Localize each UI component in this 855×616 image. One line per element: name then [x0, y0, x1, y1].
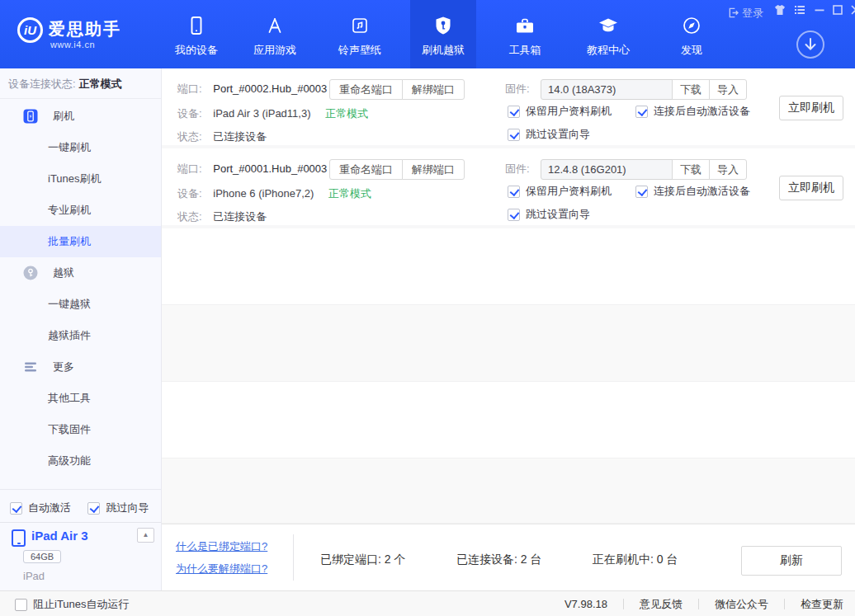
skip-wizard-checkbox[interactable]: 跳过向导: [87, 501, 149, 515]
connection-status: 设备连接状态:正常模式: [0, 68, 161, 99]
device-line: 设备: iPad Air 3 (iPad11,3) 正常模式: [177, 104, 368, 124]
status-value: 已连接设备: [213, 210, 267, 223]
jailbreak-icon: [23, 266, 38, 280]
unbind-port-button[interactable]: 解绑端口: [402, 159, 465, 180]
device-icon: [187, 16, 206, 35]
nav-ringtones-wallpapers[interactable]: 铃声壁纸: [327, 0, 393, 68]
collapse-device-button[interactable]: ▲: [137, 528, 154, 543]
port-line: 端口: Port_#0002.Hub_#0003: [177, 79, 327, 99]
device-line: 设备: iPhone 6 (iPhone7,2) 正常模式: [177, 184, 371, 204]
app-header: iU 爱思助手 www.i4.cn 我的设备 应用游戏 铃声壁纸 刷机越狱 工具…: [0, 0, 855, 68]
skip-setup-checkbox[interactable]: 跳过设置向导: [508, 127, 590, 142]
theme-icon[interactable]: [774, 4, 786, 16]
sidebar-item-one-key-jailbreak[interactable]: 一键越狱: [0, 289, 161, 320]
firmware-group: 12.4.8 (16G201) 下载 导入: [541, 159, 747, 180]
more-icon: [23, 360, 38, 374]
unbind-port-button[interactable]: 解绑端口: [402, 79, 465, 100]
version-label: V7.98.18: [564, 598, 607, 610]
sidebar-item-download-firmware[interactable]: 下载固件: [0, 414, 161, 445]
app-logo-title: 爱思助手: [49, 18, 121, 40]
import-firmware-button[interactable]: 导入: [709, 159, 747, 180]
firmware-input[interactable]: 12.4.8 (16G201): [541, 159, 673, 180]
skip-wizard-box: [87, 502, 100, 515]
app-window: iU 爱思助手 www.i4.cn 我的设备 应用游戏 铃声壁纸 刷机越狱 工具…: [0, 0, 855, 616]
graduation-cap-icon: [598, 16, 618, 35]
firmware-input[interactable]: 14.0 (18A373): [541, 79, 673, 100]
port-buttons: 重命名端口 解绑端口: [329, 79, 465, 100]
nav-my-devices[interactable]: 我的设备: [163, 0, 229, 68]
keep-data-checkbox[interactable]: 保留用户资料刷机: [508, 184, 612, 199]
port-line: 端口: Port_#0001.Hub_#0003: [177, 159, 327, 179]
rename-port-button[interactable]: 重命名端口: [329, 159, 403, 180]
sidebar-device-card[interactable]: iPad Air 3 ▲ 64GB iPad: [0, 522, 161, 590]
login-button[interactable]: 登录: [728, 6, 763, 21]
port-buttons: 重命名端口 解绑端口: [329, 159, 465, 180]
ipad-icon: [12, 529, 26, 547]
compass-icon: [682, 16, 701, 35]
device-value: iPad Air 3 (iPad11,3): [213, 107, 310, 120]
wechat-link[interactable]: 微信公众号: [715, 597, 768, 612]
close-button[interactable]: [850, 4, 855, 16]
download-firmware-button[interactable]: 下载: [672, 79, 710, 100]
refresh-button[interactable]: 刷新: [741, 546, 842, 576]
what-is-bound-port-link[interactable]: 什么是已绑定端口?: [176, 539, 267, 554]
panel-divider: [293, 534, 294, 581]
nav-tutorials[interactable]: 教程中心: [575, 0, 641, 68]
empty-row: [162, 305, 855, 382]
sidebar-item-other-tools[interactable]: 其他工具: [0, 383, 161, 414]
app-logo-icon: iU: [17, 17, 43, 43]
download-manager-button[interactable]: [796, 31, 824, 59]
port-value: Port_#0002.Hub_#0003: [213, 82, 327, 95]
import-firmware-button[interactable]: 导入: [709, 79, 747, 100]
download-firmware-button[interactable]: 下载: [672, 159, 710, 180]
footer: 阻止iTunes自动运行 V7.98.18 意见反馈 微信公众号 检查更新: [0, 590, 855, 616]
sidebar-item-advanced[interactable]: 高级功能: [0, 445, 161, 477]
status-line: 状态: 已连接设备: [177, 207, 267, 227]
auto-activate-after-checkbox[interactable]: 连接后自动激活设备: [635, 104, 750, 119]
check-update-link[interactable]: 检查更新: [801, 597, 843, 612]
firmware-label: 固件:: [505, 79, 530, 99]
sidebar-item-more[interactable]: 更多: [0, 351, 161, 383]
device-row-1: 端口: Port_#0002.Hub_#0003 重命名端口 解绑端口 设备: …: [162, 68, 855, 148]
app-logo-url: www.i4.cn: [50, 40, 95, 49]
sidebar-item-jailbreak[interactable]: 越狱: [0, 257, 161, 289]
device-mode: 正常模式: [328, 187, 371, 200]
nav-toolbox[interactable]: 工具箱: [492, 0, 558, 68]
nav-apps-games[interactable]: 应用游戏: [242, 0, 308, 68]
skip-setup-checkbox[interactable]: 跳过设置向导: [508, 207, 590, 222]
maximize-button[interactable]: [832, 4, 843, 16]
status-value: 已连接设备: [213, 130, 267, 143]
nav-flash-jailbreak[interactable]: 刷机越狱: [410, 0, 476, 68]
flash-now-button[interactable]: 立即刷机: [779, 96, 843, 120]
device-mode: 正常模式: [325, 107, 368, 120]
auto-activate-box: [10, 502, 22, 515]
connected-devices-stat: 已连接设备: 2 台: [456, 551, 541, 567]
firmware-group: 14.0 (18A373) 下载 导入: [541, 79, 747, 100]
block-itunes-checkbox[interactable]: 阻止iTunes自动运行: [15, 597, 130, 612]
sidebar-item-one-key-flash[interactable]: 一键刷机: [0, 132, 161, 163]
appstore-icon: [265, 16, 285, 35]
login-icon: [728, 7, 739, 18]
bottom-panel: 什么是已绑定端口? 为什么要解绑端口? 已绑定端口: 2 个 已连接设备: 2 …: [162, 524, 855, 590]
sidebar: 设备连接状态:正常模式 刷机 一键刷机 iTunes刷机 专业刷机 批量刷机 越…: [0, 68, 162, 590]
sidebar-item-batch-flash[interactable]: 批量刷机: [0, 226, 161, 257]
sidebar-item-pro-flash[interactable]: 专业刷机: [0, 195, 161, 226]
minimize-button[interactable]: [814, 4, 825, 16]
auto-activate-checkbox[interactable]: 自动激活: [10, 501, 71, 515]
empty-row: [162, 228, 855, 305]
sidebar-item-flash[interactable]: 刷机: [0, 101, 161, 132]
why-unbind-port-link[interactable]: 为什么要解绑端口?: [176, 562, 267, 576]
device-row-2: 端口: Port_#0001.Hub_#0003 重命名端口 解绑端口 设备: …: [162, 148, 855, 228]
port-value: Port_#0001.Hub_#0003: [213, 162, 327, 175]
bound-ports-stat: 已绑定端口: 2 个: [320, 551, 405, 567]
auto-activate-after-checkbox[interactable]: 连接后自动激活设备: [635, 184, 750, 199]
menu-list-icon[interactable]: [794, 4, 805, 16]
nav-discover[interactable]: 发现: [659, 0, 725, 68]
rename-port-button[interactable]: 重命名端口: [329, 79, 403, 100]
keep-data-checkbox[interactable]: 保留用户资料刷机: [508, 104, 612, 119]
flash-now-button[interactable]: 立即刷机: [779, 176, 843, 200]
sidebar-item-itunes-flash[interactable]: iTunes刷机: [0, 163, 161, 195]
feedback-link[interactable]: 意见反馈: [640, 597, 683, 612]
device-name: iPad Air 3: [31, 529, 88, 543]
sidebar-item-jailbreak-plugins[interactable]: 越狱插件: [0, 320, 161, 351]
